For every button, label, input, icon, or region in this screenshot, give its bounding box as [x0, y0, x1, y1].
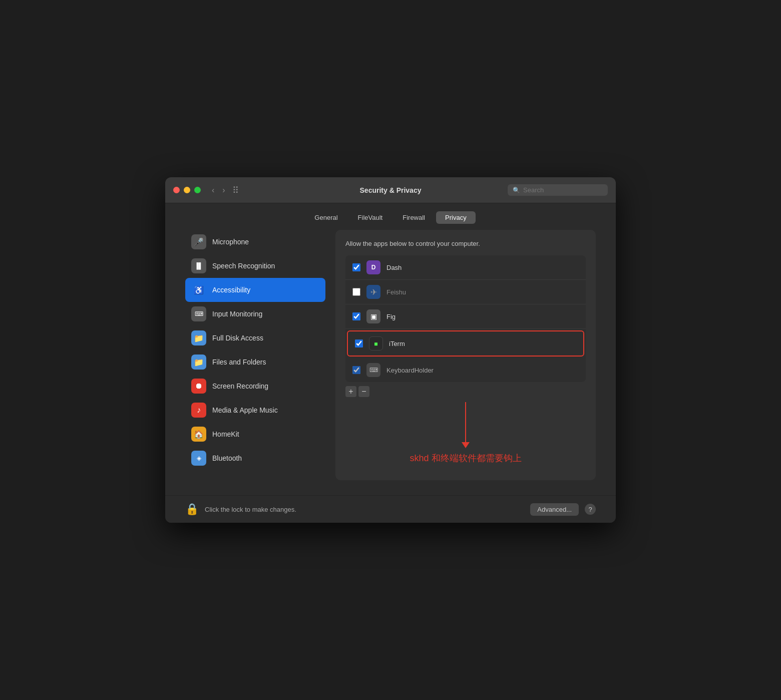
forward-button[interactable]: › [219, 184, 228, 197]
tab-firewall[interactable]: Firewall [394, 211, 434, 224]
sidebar-label-accessibility: Accessibility [212, 286, 250, 294]
sidebar: 🎤 Microphone ▐▌ Speech Recognition ♿ Acc… [185, 230, 325, 480]
table-row: D Dash [345, 255, 586, 280]
main-panel: Allow the apps below to control your com… [335, 230, 596, 480]
feishu-checkbox[interactable] [352, 288, 360, 296]
sidebar-item-accessibility[interactable]: ♿ Accessibility [185, 278, 325, 302]
fig-checkbox[interactable] [352, 312, 360, 320]
iterm-icon: ■ [369, 336, 383, 351]
tab-privacy[interactable]: Privacy [436, 211, 476, 224]
sidebar-item-microphone[interactable]: 🎤 Microphone [185, 230, 325, 254]
table-row: ▣ Fig [345, 304, 586, 329]
keyboardholder-checkbox[interactable] [352, 366, 360, 374]
sidebar-label-full-disk-access: Full Disk Access [212, 334, 263, 342]
sidebar-item-media-apple-music[interactable]: ♪ Media & Apple Music [185, 398, 325, 422]
microphone-icon: 🎤 [191, 234, 206, 249]
annotation-container: skhd 和终端软件都需要钩上 [345, 402, 586, 464]
iterm-checkbox[interactable] [355, 339, 363, 347]
grid-icon[interactable]: ⠿ [232, 185, 239, 196]
content-area: 🎤 Microphone ▐▌ Speech Recognition ♿ Acc… [165, 230, 616, 495]
table-row: ⌨ KeyboardHolder [345, 358, 586, 382]
titlebar: ‹ › ⠿ Security & Privacy 🔍 [165, 177, 616, 203]
sidebar-item-speech-recognition[interactable]: ▐▌ Speech Recognition [185, 254, 325, 278]
media-apple-music-icon: ♪ [191, 403, 206, 418]
arrow-head [462, 442, 470, 448]
sidebar-item-input-monitoring[interactable]: ⌨ Input Monitoring [185, 302, 325, 326]
keyboardholder-icon: ⌨ [366, 363, 380, 377]
sidebar-item-bluetooth[interactable]: ◈ Bluetooth [185, 446, 325, 470]
main-window: ‹ › ⠿ Security & Privacy 🔍 General FileV… [165, 177, 616, 523]
maximize-button[interactable] [194, 187, 201, 193]
sidebar-label-bluetooth: Bluetooth [212, 454, 242, 462]
help-button[interactable]: ? [585, 504, 596, 515]
keyboardholder-label: KeyboardHolder [386, 367, 434, 374]
dash-label: Dash [386, 264, 402, 271]
homekit-icon: 🏠 [191, 427, 206, 442]
app-list: D Dash ✈ Feishu ▣ [345, 255, 586, 382]
footer: 🔒 Click the lock to make changes. Advanc… [165, 495, 616, 523]
sidebar-item-homekit[interactable]: 🏠 HomeKit [185, 422, 325, 446]
sidebar-item-full-disk-access[interactable]: 📁 Full Disk Access [185, 326, 325, 350]
full-disk-access-icon: 📁 [191, 330, 206, 345]
sidebar-item-screen-recording[interactable]: ⏺ Screen Recording [185, 374, 325, 398]
tabs-bar: General FileVault Firewall Privacy [165, 203, 616, 230]
dash-icon: D [366, 260, 380, 274]
table-row: ■ iTerm [347, 330, 584, 357]
traffic-lights [173, 187, 201, 193]
speech-recognition-icon: ▐▌ [191, 258, 206, 273]
add-button[interactable]: + [345, 386, 356, 397]
sidebar-label-media-apple-music: Media & Apple Music [212, 406, 278, 414]
fig-label: Fig [386, 313, 396, 320]
tab-general[interactable]: General [305, 211, 346, 224]
sidebar-label-files-and-folders: Files and Folders [212, 358, 266, 366]
sidebar-label-speech-recognition: Speech Recognition [212, 262, 275, 270]
sidebar-label-input-monitoring: Input Monitoring [212, 310, 262, 318]
feishu-icon: ✈ [366, 285, 380, 299]
remove-button[interactable]: − [358, 386, 369, 397]
accessibility-icon: ♿ [191, 282, 206, 297]
advanced-button[interactable]: Advanced... [530, 503, 579, 516]
window-title: Security & Privacy [360, 186, 422, 194]
input-monitoring-icon: ⌨ [191, 306, 206, 321]
dash-checkbox[interactable] [352, 263, 360, 271]
annotation-text: skhd 和终端软件都需要钩上 [410, 452, 521, 464]
nav-buttons: ‹ › [209, 184, 228, 197]
back-button[interactable]: ‹ [209, 184, 217, 197]
list-controls: + − [345, 386, 586, 397]
fig-icon: ▣ [366, 309, 380, 323]
sidebar-label-homekit: HomeKit [212, 430, 239, 438]
close-button[interactable] [173, 187, 180, 193]
tab-filevault[interactable]: FileVault [349, 211, 392, 224]
lock-text: Click the lock to make changes. [205, 506, 524, 513]
table-row: ✈ Feishu [345, 280, 586, 304]
feishu-label: Feishu [386, 288, 406, 296]
screen-recording-icon: ⏺ [191, 379, 206, 394]
panel-description: Allow the apps below to control your com… [345, 240, 586, 247]
arrow-line [465, 402, 466, 442]
files-and-folders-icon: 📁 [191, 355, 206, 370]
search-bar[interactable]: 🔍 [508, 184, 608, 196]
lock-icon[interactable]: 🔒 [185, 503, 199, 516]
bluetooth-icon: ◈ [191, 451, 206, 466]
sidebar-label-microphone: Microphone [212, 238, 249, 246]
search-icon: 🔍 [513, 187, 520, 194]
sidebar-item-files-and-folders[interactable]: 📁 Files and Folders [185, 350, 325, 374]
sidebar-label-screen-recording: Screen Recording [212, 382, 268, 390]
iterm-label: iTerm [389, 340, 405, 347]
arrow-annotation [462, 402, 470, 448]
search-input[interactable] [523, 186, 603, 194]
minimize-button[interactable] [184, 187, 190, 193]
